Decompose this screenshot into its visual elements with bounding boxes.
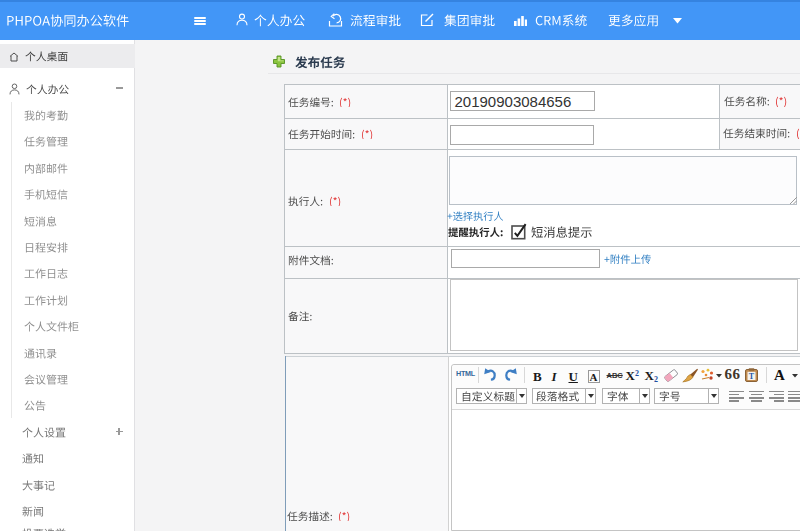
svg-text:T: T <box>749 372 755 381</box>
